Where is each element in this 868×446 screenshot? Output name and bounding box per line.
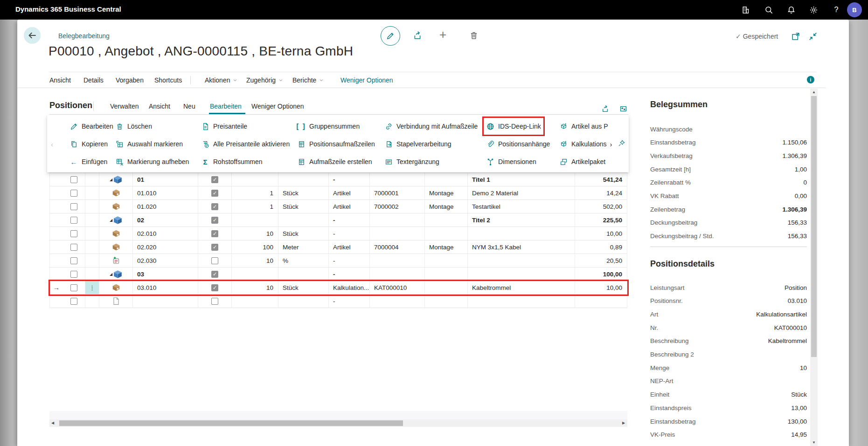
- horizontal-scrollbar-thumb[interactable]: [59, 420, 403, 426]
- row-select-checkbox[interactable]: [70, 244, 77, 251]
- positionen-focus-button[interactable]: [618, 103, 628, 114]
- horizontal-scrollbar[interactable]: ◀ ▶: [49, 419, 627, 427]
- aktiv-checkbox[interactable]: [211, 257, 218, 264]
- table-row-01.010[interactable]: 01.010✓1StückArtikel7000001MontageDemo 2…: [50, 186, 627, 200]
- table-row-01.020[interactable]: 01.020✓1StückArtikel7000002MontageTestar…: [50, 200, 627, 213]
- table-row-02[interactable]: ◢02✓-Titel 2225,50: [50, 213, 627, 227]
- share-button[interactable]: [411, 29, 424, 41]
- help-icon[interactable]: ?: [831, 4, 842, 15]
- row-select-checkbox[interactable]: [70, 230, 77, 237]
- ribbon-item-artikel-aus-p[interactable]: Artikel aus P: [559, 120, 608, 132]
- factbox-scrollbar-thumb[interactable]: [811, 96, 817, 357]
- pin-icon[interactable]: [618, 140, 625, 148]
- tab-weniger-optionen[interactable]: Weniger Optionen: [251, 103, 304, 110]
- ribbon-item-auswahl-markieren[interactable]: Auswahl markieren: [115, 138, 183, 150]
- row-options-icon[interactable]: ⋮: [85, 281, 99, 294]
- row-select-checkbox[interactable]: [70, 203, 77, 210]
- menu-item-zugeh-rig[interactable]: Zugehörig: [246, 76, 283, 84]
- cell-gewerk: Montage: [425, 240, 468, 254]
- row-select-checkbox[interactable]: [70, 217, 77, 224]
- ribbon-item-bearbeiten[interactable]: Bearbeiten: [69, 120, 113, 132]
- scroll-up-arrow-icon[interactable]: ▲: [812, 90, 816, 94]
- menu-item-ansicht[interactable]: Ansicht: [49, 76, 71, 84]
- ribbon-item-gruppensummen[interactable]: [ ]Gruppensummen: [297, 120, 360, 132]
- factbox-scrollbar[interactable]: ▲ ▼: [810, 89, 818, 446]
- ribbon-item-label: Aufmaßzeile erstellen: [309, 158, 372, 165]
- aktiv-checkbox[interactable]: ✓: [211, 271, 218, 278]
- delete-button[interactable]: [468, 29, 480, 41]
- tab-neu[interactable]: Neu: [183, 103, 195, 110]
- table-row-02.030[interactable]: 02.03010%-20,50: [50, 254, 627, 268]
- collapse-caret-icon[interactable]: ◢: [110, 218, 112, 222]
- scroll-down-arrow-icon[interactable]: ▼: [812, 440, 816, 445]
- scroll-right-arrow-icon[interactable]: ▶: [622, 421, 625, 425]
- menu-item-vorgaben[interactable]: Vorgaben: [116, 76, 144, 84]
- menu-item-weniger-optionen[interactable]: Weniger Optionen: [340, 76, 393, 84]
- scroll-left-arrow-icon[interactable]: ◀: [51, 421, 54, 425]
- user-avatar[interactable]: B: [847, 2, 862, 17]
- table-row-03[interactable]: ◢03✓-100,00: [50, 268, 627, 281]
- ribbon-item-l-schen[interactable]: Löschen: [115, 120, 152, 132]
- ribbon-item-texterg-nzung[interactable]: Textergänzung: [384, 156, 439, 168]
- aktiv-checkbox[interactable]: ✓: [211, 244, 218, 251]
- tab-verwalten[interactable]: Verwalten: [110, 103, 139, 110]
- gear-icon[interactable]: [808, 4, 819, 15]
- aktiv-checkbox[interactable]: ✓: [211, 176, 218, 183]
- table-row-empty[interactable]: -: [50, 295, 627, 308]
- ribbon-item-rohstoffsummen[interactable]: ΣRohstoffsummen: [201, 156, 263, 168]
- aktiv-checkbox[interactable]: ✓: [211, 217, 218, 224]
- ribbon-item-kalkulations[interactable]: Kalkulations›: [559, 138, 625, 150]
- row-select-checkbox[interactable]: [70, 271, 77, 278]
- menu-item-aktionen[interactable]: Aktionen: [205, 76, 237, 84]
- menu-item-details[interactable]: Details: [83, 76, 104, 84]
- ribbon-item-markierung-aufheben[interactable]: Markierung aufheben: [115, 156, 189, 168]
- row-select-checkbox[interactable]: [70, 298, 77, 305]
- aktiv-checkbox[interactable]: ✓: [211, 284, 218, 291]
- collapse-caret-icon[interactable]: ◢: [110, 272, 112, 276]
- ribbon-item-verbindung-mit-aufma-zeile[interactable]: Verbindung mit Aufmaßzeile: [384, 120, 478, 132]
- bell-icon[interactable]: [785, 4, 797, 15]
- collapse-caret-icon[interactable]: ◢: [110, 178, 112, 182]
- aktiv-checkbox[interactable]: ✓: [211, 203, 218, 210]
- ribbon-item-alle-preisanteile-aktivieren[interactable]: Alle Preisanteile aktivieren: [201, 138, 290, 150]
- ribbon-item-positionsaufma-zeilen[interactable]: Positionsaufmaßzeilen: [297, 138, 375, 150]
- tab-bearbeiten[interactable]: Bearbeiten: [210, 103, 242, 110]
- info-icon[interactable]: i: [807, 76, 814, 83]
- row-select-checkbox[interactable]: [70, 176, 77, 183]
- edit-pencil-button[interactable]: [381, 26, 400, 46]
- ribbon-item-preisanteile[interactable]: Preisanteile: [201, 120, 247, 132]
- table-row-03.010[interactable]: →⋮03.010✓10StückKalkulation...KAT000010K…: [50, 281, 627, 295]
- ribbon-item-einf-gen[interactable]: ←Einfügen: [69, 156, 107, 168]
- ribbon-item-aufma-zeile-erstellen[interactable]: Aufmaßzeile erstellen: [297, 156, 372, 168]
- breadcrumb[interactable]: Belegbearbeitung: [58, 32, 110, 40]
- table-row-02.010[interactable]: 02.010✓10Stück-10,00: [50, 227, 627, 240]
- row-select-checkbox[interactable]: [70, 284, 77, 291]
- aktiv-checkbox[interactable]: ✓: [211, 190, 218, 197]
- row-select-checkbox[interactable]: [70, 190, 77, 197]
- table-row-02.020[interactable]: 02.020✓100MeterArtikel7000004MontageNYM …: [50, 240, 627, 254]
- menu-item-shortcuts[interactable]: Shortcuts: [154, 76, 182, 84]
- row-select-checkbox[interactable]: [70, 257, 77, 264]
- collapse-button[interactable]: [807, 30, 819, 42]
- menu-item-berichte[interactable]: Berichte: [292, 76, 324, 84]
- ribbon-item-artikelpaket[interactable]: Artikelpaket: [559, 156, 605, 168]
- company-icon[interactable]: [740, 4, 751, 15]
- ribbon-item-ids-deep-link[interactable]: IDS-Deep-Link: [486, 120, 541, 132]
- aktiv-checkbox[interactable]: [211, 298, 218, 305]
- positionen-share-button[interactable]: [600, 103, 610, 114]
- search-icon[interactable]: [763, 4, 774, 15]
- table-row-01[interactable]: ◢01✓-Titel 1541,24: [50, 173, 627, 186]
- open-in-window-button[interactable]: [790, 30, 802, 42]
- ribbon-item-dimensionen[interactable]: Dimensionen: [486, 156, 536, 168]
- add-button[interactable]: +: [439, 27, 446, 42]
- ribbon-item-kopieren[interactable]: Kopieren: [69, 138, 108, 150]
- aktiv-checkbox[interactable]: ✓: [211, 230, 218, 237]
- cell-aktiv: ✓: [198, 186, 232, 199]
- cell-aktiv: ✓: [198, 268, 232, 281]
- ribbon-item-stapelverarbeitung[interactable]: Stapelverarbeitung: [384, 138, 451, 150]
- tab-ansicht[interactable]: Ansicht: [149, 103, 170, 110]
- back-button[interactable]: [24, 27, 41, 44]
- ribbon-item-label: Positionsanhänge: [498, 140, 550, 148]
- ribbon-item-positionsanh-nge[interactable]: Positionsanhänge: [486, 138, 550, 150]
- ribbon-scroll-left[interactable]: ‹: [51, 140, 53, 148]
